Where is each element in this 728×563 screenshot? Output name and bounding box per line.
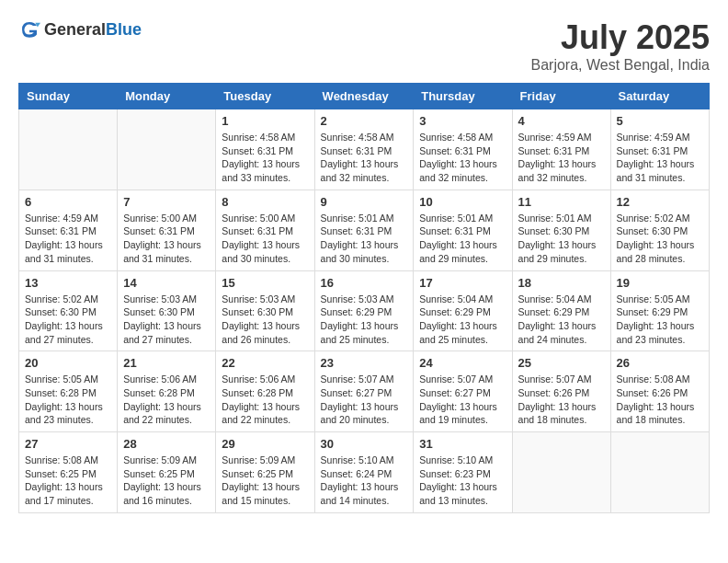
day-detail: Sunrise: 5:07 AM Sunset: 6:27 PM Dayligh… — [321, 373, 408, 427]
calendar-cell — [19, 109, 118, 190]
day-detail: Sunrise: 5:09 AM Sunset: 6:25 PM Dayligh… — [123, 454, 210, 508]
day-detail: Sunrise: 5:01 AM Sunset: 6:31 PM Dayligh… — [419, 212, 506, 266]
logo-general: General — [44, 20, 106, 39]
day-detail: Sunrise: 5:09 AM Sunset: 6:25 PM Dayligh… — [222, 454, 308, 508]
calendar-header-row: SundayMondayTuesdayWednesdayThursdayFrid… — [19, 84, 710, 109]
main-title: July 2025 — [531, 18, 710, 57]
day-header-monday: Monday — [118, 84, 216, 109]
day-detail: Sunrise: 5:00 AM Sunset: 6:31 PM Dayligh… — [222, 212, 308, 266]
day-detail: Sunrise: 5:07 AM Sunset: 6:26 PM Dayligh… — [518, 373, 605, 427]
day-detail: Sunrise: 4:58 AM Sunset: 6:31 PM Dayligh… — [222, 131, 308, 185]
title-block: July 2025 Barjora, West Bengal, India — [531, 18, 710, 74]
day-number: 7 — [123, 195, 210, 209]
day-number: 12 — [617, 195, 703, 209]
day-number: 17 — [419, 276, 506, 290]
day-number: 10 — [419, 195, 506, 209]
day-number: 14 — [123, 276, 210, 290]
logo-text: GeneralBlue — [44, 20, 142, 40]
calendar-cell: 21Sunrise: 5:06 AM Sunset: 6:28 PM Dayli… — [118, 351, 216, 432]
day-number: 4 — [518, 114, 605, 128]
calendar-cell: 15Sunrise: 5:03 AM Sunset: 6:30 PM Dayli… — [216, 270, 314, 351]
sub-title: Barjora, West Bengal, India — [531, 57, 710, 74]
calendar-cell: 11Sunrise: 5:01 AM Sunset: 6:30 PM Dayli… — [512, 190, 610, 270]
calendar-cell: 20Sunrise: 5:05 AM Sunset: 6:28 PM Dayli… — [19, 351, 118, 432]
day-detail: Sunrise: 5:01 AM Sunset: 6:31 PM Dayligh… — [321, 212, 408, 266]
calendar-week-row: 20Sunrise: 5:05 AM Sunset: 6:28 PM Dayli… — [19, 351, 710, 432]
calendar-week-row: 27Sunrise: 5:08 AM Sunset: 6:25 PM Dayli… — [19, 432, 710, 513]
calendar-cell: 16Sunrise: 5:03 AM Sunset: 6:29 PM Dayli… — [314, 270, 414, 351]
calendar-cell: 3Sunrise: 4:58 AM Sunset: 6:31 PM Daylig… — [414, 109, 512, 190]
calendar-cell — [610, 432, 709, 513]
calendar-cell: 6Sunrise: 4:59 AM Sunset: 6:31 PM Daylig… — [19, 190, 118, 270]
calendar-cell: 29Sunrise: 5:09 AM Sunset: 6:25 PM Dayli… — [216, 432, 314, 513]
day-detail: Sunrise: 4:59 AM Sunset: 6:31 PM Dayligh… — [25, 212, 111, 266]
day-header-tuesday: Tuesday — [216, 84, 314, 109]
day-detail: Sunrise: 5:03 AM Sunset: 6:30 PM Dayligh… — [222, 293, 308, 347]
day-detail: Sunrise: 5:10 AM Sunset: 6:23 PM Dayligh… — [419, 454, 506, 508]
day-number: 22 — [222, 356, 308, 370]
calendar-cell: 28Sunrise: 5:09 AM Sunset: 6:25 PM Dayli… — [118, 432, 216, 513]
day-number: 1 — [222, 114, 308, 128]
day-detail: Sunrise: 5:10 AM Sunset: 6:24 PM Dayligh… — [321, 454, 408, 508]
calendar-cell: 25Sunrise: 5:07 AM Sunset: 6:26 PM Dayli… — [512, 351, 610, 432]
day-number: 18 — [518, 276, 605, 290]
day-detail: Sunrise: 4:59 AM Sunset: 6:31 PM Dayligh… — [617, 131, 703, 185]
day-number: 27 — [25, 437, 111, 451]
calendar-cell: 18Sunrise: 5:04 AM Sunset: 6:29 PM Dayli… — [512, 270, 610, 351]
calendar-cell: 10Sunrise: 5:01 AM Sunset: 6:31 PM Dayli… — [414, 190, 512, 270]
calendar-cell: 24Sunrise: 5:07 AM Sunset: 6:27 PM Dayli… — [414, 351, 512, 432]
day-number: 11 — [518, 195, 605, 209]
day-detail: Sunrise: 5:03 AM Sunset: 6:29 PM Dayligh… — [321, 293, 408, 347]
day-detail: Sunrise: 5:01 AM Sunset: 6:30 PM Dayligh… — [518, 212, 605, 266]
calendar-cell: 13Sunrise: 5:02 AM Sunset: 6:30 PM Dayli… — [19, 270, 118, 351]
day-number: 25 — [518, 356, 605, 370]
calendar-week-row: 6Sunrise: 4:59 AM Sunset: 6:31 PM Daylig… — [19, 190, 710, 270]
calendar-cell: 19Sunrise: 5:05 AM Sunset: 6:29 PM Dayli… — [610, 270, 709, 351]
calendar-cell: 14Sunrise: 5:03 AM Sunset: 6:30 PM Dayli… — [118, 270, 216, 351]
day-number: 8 — [222, 195, 308, 209]
day-number: 13 — [25, 276, 111, 290]
logo: GeneralBlue — [18, 18, 142, 40]
calendar-cell — [512, 432, 610, 513]
day-number: 20 — [25, 356, 111, 370]
day-detail: Sunrise: 5:02 AM Sunset: 6:30 PM Dayligh… — [25, 293, 111, 347]
day-detail: Sunrise: 5:05 AM Sunset: 6:28 PM Dayligh… — [25, 373, 111, 427]
logo-blue: Blue — [106, 20, 142, 39]
calendar-cell: 9Sunrise: 5:01 AM Sunset: 6:31 PM Daylig… — [314, 190, 414, 270]
calendar-cell: 1Sunrise: 4:58 AM Sunset: 6:31 PM Daylig… — [216, 109, 314, 190]
calendar-cell: 31Sunrise: 5:10 AM Sunset: 6:23 PM Dayli… — [414, 432, 512, 513]
day-detail: Sunrise: 5:05 AM Sunset: 6:29 PM Dayligh… — [617, 293, 703, 347]
day-number: 30 — [321, 437, 408, 451]
calendar-cell: 22Sunrise: 5:06 AM Sunset: 6:28 PM Dayli… — [216, 351, 314, 432]
day-header-saturday: Saturday — [610, 84, 709, 109]
day-detail: Sunrise: 4:58 AM Sunset: 6:31 PM Dayligh… — [419, 131, 506, 185]
calendar-cell: 2Sunrise: 4:58 AM Sunset: 6:31 PM Daylig… — [314, 109, 414, 190]
day-detail: Sunrise: 5:03 AM Sunset: 6:30 PM Dayligh… — [123, 293, 210, 347]
calendar-cell: 17Sunrise: 5:04 AM Sunset: 6:29 PM Dayli… — [414, 270, 512, 351]
calendar-cell: 27Sunrise: 5:08 AM Sunset: 6:25 PM Dayli… — [19, 432, 118, 513]
calendar-week-row: 13Sunrise: 5:02 AM Sunset: 6:30 PM Dayli… — [19, 270, 710, 351]
day-number: 16 — [321, 276, 408, 290]
calendar-cell: 5Sunrise: 4:59 AM Sunset: 6:31 PM Daylig… — [610, 109, 709, 190]
day-detail: Sunrise: 5:02 AM Sunset: 6:30 PM Dayligh… — [617, 212, 703, 266]
day-header-thursday: Thursday — [414, 84, 512, 109]
day-detail: Sunrise: 5:04 AM Sunset: 6:29 PM Dayligh… — [518, 293, 605, 347]
day-detail: Sunrise: 5:04 AM Sunset: 6:29 PM Dayligh… — [419, 293, 506, 347]
day-number: 24 — [419, 356, 506, 370]
day-number: 28 — [123, 437, 210, 451]
calendar-week-row: 1Sunrise: 4:58 AM Sunset: 6:31 PM Daylig… — [19, 109, 710, 190]
day-detail: Sunrise: 5:07 AM Sunset: 6:27 PM Dayligh… — [419, 373, 506, 427]
day-detail: Sunrise: 4:59 AM Sunset: 6:31 PM Dayligh… — [518, 131, 605, 185]
day-number: 26 — [617, 356, 703, 370]
day-number: 31 — [419, 437, 506, 451]
day-detail: Sunrise: 5:06 AM Sunset: 6:28 PM Dayligh… — [222, 373, 308, 427]
day-detail: Sunrise: 5:08 AM Sunset: 6:26 PM Dayligh… — [617, 373, 703, 427]
day-detail: Sunrise: 4:58 AM Sunset: 6:31 PM Dayligh… — [321, 131, 408, 185]
calendar-cell: 7Sunrise: 5:00 AM Sunset: 6:31 PM Daylig… — [118, 190, 216, 270]
calendar-table: SundayMondayTuesdayWednesdayThursdayFrid… — [18, 83, 710, 513]
day-number: 15 — [222, 276, 308, 290]
calendar-cell: 4Sunrise: 4:59 AM Sunset: 6:31 PM Daylig… — [512, 109, 610, 190]
day-number: 6 — [25, 195, 111, 209]
calendar-cell: 23Sunrise: 5:07 AM Sunset: 6:27 PM Dayli… — [314, 351, 414, 432]
day-header-wednesday: Wednesday — [314, 84, 414, 109]
